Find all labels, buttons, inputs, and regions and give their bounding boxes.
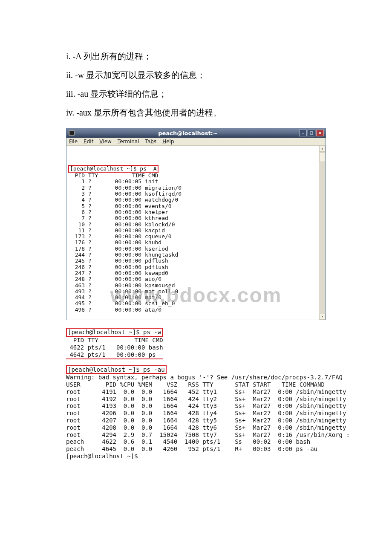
terminal-window: peach@localhost:~ File Edit View Termina… xyxy=(66,128,326,320)
scroll-down-button[interactable]: ▾ xyxy=(319,314,326,320)
menu-view[interactable]: View xyxy=(99,139,111,145)
scroll-up-button[interactable]: ▴ xyxy=(319,146,326,152)
menu-file[interactable]: File xyxy=(69,139,78,145)
scrollbar[interactable]: ▴ ▾ xyxy=(319,146,326,320)
menu-terminal[interactable]: Terminal xyxy=(118,139,139,145)
ps-header: PID TTY TIME CMD xyxy=(68,172,158,179)
scroll-thumb[interactable] xyxy=(320,153,325,162)
ps-au-block: [peach@localhost ~]$ ps -au Warning: bad… xyxy=(66,365,326,460)
minimize-button[interactable] xyxy=(299,130,307,136)
menu-tabs[interactable]: Tabs xyxy=(145,139,157,145)
window-titlebar: peach@localhost:~ xyxy=(66,128,326,138)
terminal-body[interactable]: ▴ ▾ www.bdocx.com [peach@localhost ~]$ p… xyxy=(66,145,326,320)
window-title: peach@localhost:~ xyxy=(77,130,299,136)
highlighted-command-psA: [peach@localhost ~]$ ps -A xyxy=(68,165,159,173)
maximize-button[interactable] xyxy=(308,130,315,136)
close-button[interactable] xyxy=(316,130,324,136)
menu-help[interactable]: Help xyxy=(162,139,174,145)
menubar: File Edit View Terminal Tabs Help xyxy=(66,138,326,145)
scroll-track[interactable] xyxy=(319,152,326,314)
highlighted-command-psau: [peach@localhost ~]$ ps -au xyxy=(66,365,167,374)
doc-line-iii: iii. -au 显示较详细的信息； xyxy=(66,84,326,103)
menu-edit[interactable]: Edit xyxy=(84,139,93,145)
ps-rows: 1 ? 00:00:05 init 2 ? 00:00:00 migration… xyxy=(68,178,182,312)
svg-rect-1 xyxy=(69,131,74,135)
highlighted-command-psw: [peach@localhost ~]$ ps -w xyxy=(66,328,163,337)
terminal-icon xyxy=(68,130,75,136)
svg-rect-3 xyxy=(310,132,313,134)
doc-line-i: i. -A 列出所有的进程； xyxy=(66,47,326,66)
ps-w-block: [peach@localhost ~]$ ps -w PID TTY TIME … xyxy=(66,328,326,359)
doc-line-iv: iv. -aux 显示所有包含其他使用者的进程。 xyxy=(66,103,326,122)
doc-line-ii: ii. -w 显示加宽可以显示较多的信息； xyxy=(66,66,326,84)
